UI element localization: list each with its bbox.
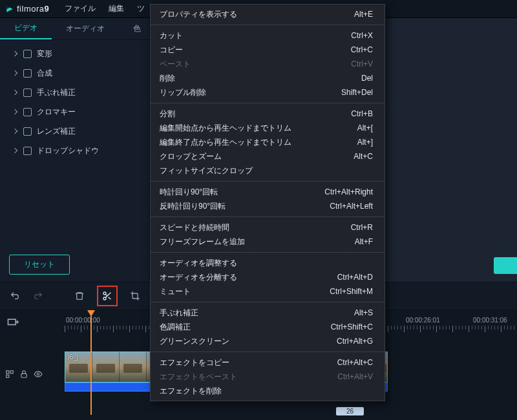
ctx-item[interactable]: オーディオを調整する (151, 256, 385, 270)
ctx-item-shortcut: Alt+] (357, 138, 373, 147)
svg-line-4 (105, 294, 107, 296)
effect-label: クロマキー (37, 107, 76, 118)
ctx-item-label: 編集開始点から再生ヘッドまでトリム (160, 123, 291, 134)
ruler-time-1: 00:00:26:01 (406, 317, 440, 324)
ctx-item[interactable]: 色調補正Ctrl+Shift+C (151, 320, 385, 334)
reset-button[interactable]: リセット (9, 255, 70, 275)
chevron-right-icon (12, 109, 17, 114)
effect-chromakey[interactable]: クロマキー (0, 102, 149, 121)
crop-icon[interactable] (129, 290, 141, 302)
ctx-item[interactable]: 反時計回り90°回転Ctrl+Alt+Left (151, 199, 385, 213)
checkbox[interactable] (23, 89, 32, 97)
playhead[interactable] (90, 311, 92, 415)
delete-icon[interactable] (74, 290, 85, 302)
effect-list: 変形 合成 手ぶれ補正 クロマキー レンズ補正 ドロップシャドウ (0, 40, 149, 164)
svg-rect-11 (21, 373, 26, 377)
checkbox[interactable] (23, 69, 32, 78)
ctx-item-label: グリーンスクリーン (160, 336, 229, 347)
ctx-item: エフェクトをペーストCtrl+Alt+V (151, 370, 385, 384)
ctx-item[interactable]: リップル削除Shift+Del (151, 85, 385, 100)
ctx-item[interactable]: エフェクトを削除 (151, 384, 385, 398)
undo-icon[interactable] (9, 290, 21, 302)
checkbox[interactable] (23, 147, 32, 155)
ctx-item-label: 色調補正 (160, 322, 191, 333)
ctx-item-label: オーディオを調整する (160, 258, 237, 269)
redo-icon[interactable] (32, 290, 44, 302)
ok-button[interactable] (494, 257, 517, 274)
ctx-item-label: エフェクトを削除 (160, 386, 222, 397)
effect-dropshadow[interactable]: ドロップシャドウ (0, 141, 149, 160)
ctx-item[interactable]: クロップとズームAlt+C (151, 149, 385, 163)
ctx-item-label: オーディオを分離する (160, 272, 237, 283)
ctx-item-shortcut: Ctrl+Alt+Left (330, 202, 373, 211)
menu-edit[interactable]: 編集 (102, 0, 131, 17)
effect-stabilize[interactable]: 手ぶれ補正 (0, 83, 149, 102)
ctx-separator (151, 252, 385, 253)
ctx-separator (151, 216, 385, 217)
checkbox[interactable] (23, 50, 32, 58)
ctx-item[interactable]: 削除Del (151, 71, 385, 85)
effect-transform[interactable]: 変形 (0, 44, 149, 63)
ctx-separator (151, 25, 385, 25)
ctx-item-label: 削除 (160, 73, 175, 84)
ctx-item[interactable]: ミュートCtrl+Shift+M (151, 284, 385, 299)
cut-button-highlighted[interactable] (97, 286, 118, 306)
ctx-item[interactable]: オーディオを分離するCtrl+Alt+D (151, 270, 385, 284)
svg-rect-8 (6, 371, 9, 373)
chevron-right-icon (12, 129, 17, 134)
ctx-item-shortcut: Ctrl+R (351, 223, 373, 232)
ctx-item-label: エフェクトをペースト (160, 372, 237, 383)
ctx-item[interactable]: 手ぶれ補正Alt+S (151, 306, 385, 320)
ctx-separator (151, 181, 385, 182)
ctx-item[interactable]: エフェクトをコピーCtrl+Alt+C (151, 355, 385, 370)
ctx-item-shortcut: Ctrl+Alt+C (337, 358, 373, 367)
lock-icon[interactable] (19, 370, 28, 379)
logo-text: filmora9 (17, 4, 49, 14)
ctx-item-label: フリーズフレームを追加 (160, 236, 245, 247)
checkbox[interactable] (23, 127, 32, 136)
ctx-separator (151, 302, 385, 302)
selection-marker[interactable]: 26 (336, 407, 364, 415)
svg-point-0 (103, 292, 106, 295)
chevron-right-icon (12, 148, 17, 153)
ctx-item[interactable]: 時計回り90°回転Ctrl+Alt+Right (151, 185, 385, 199)
svg-point-1 (103, 297, 106, 300)
ctx-item-label: 編集終了点から再生ヘッドまでトリム (160, 137, 291, 148)
eye-icon[interactable] (34, 370, 43, 379)
track-layers-icon[interactable] (5, 370, 14, 379)
ctx-item: ペーストCtrl+V (151, 57, 385, 71)
chevron-right-icon (12, 70, 17, 76)
ctx-item-shortcut: Alt+E (354, 10, 373, 19)
ctx-item[interactable]: 編集開始点から再生ヘッドまでトリムAlt+[ (151, 121, 385, 135)
properties-panel: ビデオ オーディオ 色 変形 合成 手ぶれ補正 クロマキー レンズ補正 ドロップ… (0, 18, 150, 282)
ctx-item-shortcut: Ctrl+Shift+C (331, 322, 373, 331)
menu-file[interactable]: ファイル (58, 0, 102, 17)
ctx-item[interactable]: コピーCtrl+C (151, 43, 385, 57)
ctx-item-shortcut: Ctrl+Alt+G (337, 337, 373, 346)
ctx-item[interactable]: 分割Ctrl+B (151, 107, 385, 121)
tab-video[interactable]: ビデオ (0, 18, 52, 39)
ctx-separator (151, 103, 385, 103)
ctx-item[interactable]: スピードと持続時間Ctrl+R (151, 220, 385, 235)
effect-composite[interactable]: 合成 (0, 63, 149, 83)
ruler-time-2: 00:00:31:06 (473, 317, 507, 324)
chevron-right-icon (12, 51, 17, 56)
ctx-item[interactable]: カットCtrl+X (151, 28, 385, 43)
effect-lens[interactable]: レンズ補正 (0, 121, 149, 141)
ctx-item-label: 分割 (160, 109, 175, 120)
logo-icon (5, 5, 14, 14)
ctx-item[interactable]: プロパティを表示するAlt+E (151, 7, 385, 21)
ctx-item[interactable]: フリーズフレームを追加Alt+F (151, 235, 385, 249)
ctx-item-shortcut: Ctrl+Shift+M (330, 287, 373, 296)
ctx-item[interactable]: 編集終了点から再生ヘッドまでトリムAlt+] (151, 135, 385, 149)
panel-tabs: ビデオ オーディオ 色 (0, 18, 149, 40)
tab-audio[interactable]: オーディオ (52, 18, 119, 39)
ctx-item[interactable]: フィットサイズにクロップ (151, 163, 385, 178)
ctx-item-shortcut: Shift+Del (341, 88, 373, 97)
ctx-item[interactable]: グリーンスクリーンCtrl+Alt+G (151, 334, 385, 348)
checkbox[interactable] (23, 108, 32, 116)
ctx-item-shortcut: Alt+S (354, 308, 373, 317)
ctx-item-shortcut: Alt+C (353, 152, 373, 161)
menu-tools[interactable]: ツ (131, 0, 151, 17)
ctx-item-shortcut: Alt+[ (357, 123, 373, 132)
